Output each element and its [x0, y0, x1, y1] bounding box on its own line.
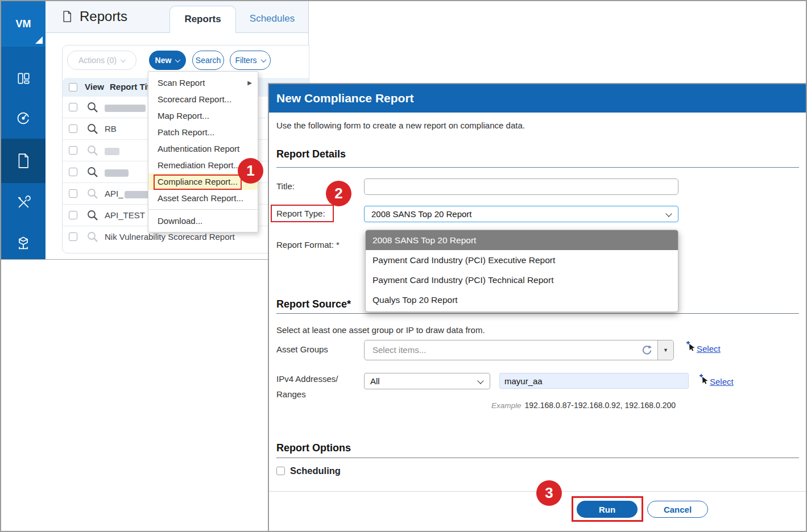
row-checkbox[interactable]	[69, 103, 77, 111]
report-type-dropdown-list: 2008 SANS Top 20 Report Payment Card Ind…	[365, 230, 678, 312]
example-value: 192.168.0.87-192.168.0.92, 192.168.0.200	[525, 401, 676, 410]
row-checkbox[interactable]	[69, 146, 77, 155]
menu-separator	[148, 209, 258, 210]
section-rule	[276, 458, 799, 458]
step-2-badge: 2	[326, 181, 351, 206]
report-type-select[interactable]: 2008 SANS Top 20 Report	[364, 206, 678, 222]
cancel-button[interactable]: Cancel	[647, 501, 708, 518]
chevron-down-icon	[477, 377, 483, 384]
report-source-hint: Select at least one asset group or IP to…	[276, 325, 485, 335]
report-type-annotation-box: Report Type:	[271, 205, 334, 222]
search-button[interactable]: Search	[192, 51, 224, 70]
new-report-menu: Scan Report▶ Scorecard Report... Map Rep…	[148, 71, 258, 232]
asset-groups-combo[interactable]: Select items... ▼	[364, 340, 674, 360]
chevron-down-icon	[121, 57, 126, 63]
scheduling-label: Scheduling	[290, 466, 341, 476]
report-type-label: Report Type:	[272, 206, 333, 218]
preview-magnifier-icon[interactable]	[86, 188, 99, 200]
submenu-arrow-icon: ▶	[247, 74, 252, 91]
reports-header-bar: Reports Reports Schedules	[45, 1, 308, 33]
asset-groups-select-link[interactable]: Select	[697, 344, 721, 354]
ipv4-select-link[interactable]: Select	[710, 377, 734, 386]
sidebar-item-reports[interactable]	[1, 139, 45, 183]
redacted-text	[105, 148, 119, 155]
preview-magnifier-icon[interactable]	[86, 101, 99, 114]
module-switcher-triangle-icon[interactable]	[35, 36, 43, 44]
row-checkbox[interactable]	[69, 211, 77, 219]
report-title-cell	[105, 146, 119, 155]
asset-groups-dropdown-button[interactable]: ▼	[657, 340, 673, 360]
new-button-label: New	[155, 56, 172, 65]
page-title-document-icon	[61, 10, 73, 23]
menu-item-download[interactable]: Download...	[148, 213, 258, 229]
vm-sidebar: VM	[1, 1, 45, 259]
sidebar-item-dashboard[interactable]	[1, 63, 45, 94]
asset-groups-placeholder: Select items...	[373, 345, 426, 355]
screenshot-root: VM	[0, 0, 807, 532]
menu-item-map-report[interactable]: Map Report...	[148, 107, 258, 124]
select-all-checkbox[interactable]	[69, 83, 77, 92]
ip-example-text: Example192.168.0.87-192.168.0.92, 192.16…	[491, 401, 676, 410]
report-type-selected-value: 2008 SANS Top 20 Report	[371, 209, 472, 219]
vm-module-logo[interactable]: VM	[1, 1, 45, 47]
menu-item-scorecard-report[interactable]: Scorecard Report...	[148, 91, 258, 107]
sidebar-item-remediation[interactable]	[1, 186, 45, 218]
row-checkbox[interactable]	[69, 232, 77, 241]
filters-button[interactable]: Filters	[230, 51, 271, 70]
report-format-label: Report Format: *	[276, 240, 340, 250]
dialog-title: New Compliance Report	[276, 92, 414, 105]
dropdown-option-pci-technical[interactable]: Payment Card Industry (PCI) Technical Re…	[366, 270, 678, 290]
ipv4-label-line2: Ranges	[276, 389, 306, 399]
tab-reports[interactable]: Reports	[169, 6, 236, 33]
report-title-cell: API_TEST	[105, 210, 145, 220]
step-3-badge: 3	[536, 480, 562, 506]
section-heading-report-options: Report Options	[276, 442, 351, 454]
chevron-down-icon	[175, 57, 181, 63]
section-rule	[276, 167, 799, 168]
preview-magnifier-icon[interactable]	[86, 209, 99, 222]
dropdown-option-sans-top20[interactable]: 2008 SANS Top 20 Report	[366, 230, 678, 250]
search-button-label: Search	[196, 56, 221, 65]
ipv4-scope-select[interactable]: All	[364, 373, 490, 389]
dropdown-option-pci-executive[interactable]: Payment Card Industry (PCI) Executive Re…	[366, 250, 678, 270]
asset-groups-label: Asset Groups	[276, 344, 328, 354]
dashboard-icon	[16, 71, 31, 86]
section-heading-report-details: Report Details	[276, 148, 346, 160]
tab-schedules[interactable]: Schedules	[236, 6, 308, 33]
select-cursor-plus-icon	[699, 373, 709, 384]
row-checkbox[interactable]	[69, 124, 77, 133]
preview-magnifier-icon[interactable]	[86, 123, 99, 135]
page-title: Reports	[80, 9, 127, 24]
compliance-annotation-box: Compliance Report...	[154, 174, 242, 190]
menu-item-authentication-report[interactable]: Authentication Report	[148, 140, 258, 157]
chevron-down-icon	[260, 57, 266, 63]
preview-magnifier-icon[interactable]	[86, 231, 99, 243]
ipv4-scope-value: All	[370, 376, 380, 386]
run-annotation-box	[572, 496, 643, 522]
preview-magnifier-icon[interactable]	[86, 144, 99, 157]
step-1-badge: 1	[238, 158, 263, 184]
ipv4-address-input[interactable]	[499, 373, 689, 389]
title-field-label: Title:	[276, 181, 295, 191]
menu-item-patch-report[interactable]: Patch Report...	[148, 124, 258, 140]
sidebar-item-assets[interactable]	[1, 227, 45, 259]
refresh-icon[interactable]	[641, 344, 653, 356]
redacted-text	[105, 105, 146, 112]
menu-item-scan-report[interactable]: Scan Report▶	[148, 74, 258, 91]
row-checkbox[interactable]	[69, 168, 77, 176]
dropdown-option-qualys-top20[interactable]: Qualys Top 20 Report	[366, 290, 678, 310]
new-button[interactable]: New	[149, 51, 186, 70]
row-checkbox[interactable]	[69, 189, 77, 198]
actions-button[interactable]: Actions (0)	[67, 51, 136, 70]
chevron-down-icon	[665, 210, 672, 217]
tools-icon	[16, 195, 31, 210]
menu-item-asset-search-report[interactable]: Asset Search Report...	[148, 190, 258, 206]
section-rule	[276, 313, 799, 314]
section-heading-report-source: Report Source*	[276, 298, 351, 310]
preview-magnifier-icon[interactable]	[86, 166, 99, 178]
scheduling-checkbox[interactable]	[276, 467, 285, 475]
column-header-view: View	[85, 82, 104, 92]
redacted-text	[105, 169, 129, 177]
title-input[interactable]	[364, 178, 678, 195]
sidebar-item-scans[interactable]	[1, 102, 45, 134]
